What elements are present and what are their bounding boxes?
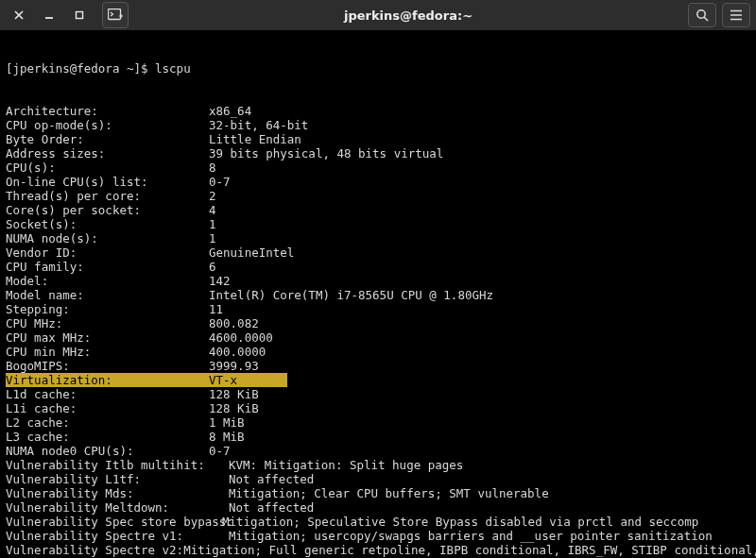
close-button[interactable] xyxy=(6,5,32,25)
output-row: On-line CPU(s) list:0-7 xyxy=(6,175,750,189)
output-row: Vulnerability Meltdown:Not affected xyxy=(6,500,750,515)
output-row: L3 cache:8 MiB xyxy=(6,430,750,444)
output-row: Core(s) per socket:4 xyxy=(6,203,750,217)
output-key: Architecture: xyxy=(6,104,209,118)
output-key: L3 cache: xyxy=(6,430,209,444)
terminal-plus-icon xyxy=(108,8,123,22)
output-value: 3999.93 xyxy=(209,359,259,373)
output-row: Virtualization:VT-x xyxy=(6,373,287,387)
output-row: Vulnerability L1tf:Not affected xyxy=(6,472,750,486)
output-key: Vulnerability Mds: xyxy=(6,486,229,500)
close-icon xyxy=(14,10,24,20)
output-value: 128 KiB xyxy=(209,387,259,401)
output-row: Socket(s):1 xyxy=(6,217,750,231)
output-key: Virtualization: xyxy=(6,373,209,387)
output-value: 4600.0000 xyxy=(209,330,273,345)
output-key: CPU max MHz: xyxy=(6,330,209,345)
output-value: 400.0000 xyxy=(209,345,266,359)
output-key: NUMA node(s): xyxy=(6,231,209,245)
output-key: Stepping: xyxy=(6,302,209,316)
output-row: Vulnerability Spectre v1:Mitigation; use… xyxy=(6,529,750,543)
maximize-button[interactable] xyxy=(66,5,93,25)
window-title: jperkins@fedora:~ xyxy=(134,8,682,23)
output-key: L1i cache: xyxy=(6,401,209,415)
output-key: Vulnerability Spec store bypass: xyxy=(6,515,222,529)
output-key: CPU(s): xyxy=(6,161,209,175)
output-row: L1i cache:128 KiB xyxy=(6,401,750,415)
output-row: Byte Order:Little Endian xyxy=(6,132,750,146)
svg-point-2 xyxy=(697,10,705,18)
output-value: Intel(R) Core(TM) i7-8565U CPU @ 1.80GHz xyxy=(209,288,493,302)
output-value: 128 KiB xyxy=(209,401,259,415)
output-value: x86_64 xyxy=(209,104,251,118)
output-value: Little Endian xyxy=(209,132,301,146)
output-key: Vulnerability Itlb multihit: xyxy=(6,458,229,472)
output-key: Socket(s): xyxy=(6,217,209,231)
output-row: Model:142 xyxy=(6,274,750,288)
command-text: lscpu xyxy=(155,61,191,76)
output-value: Mitigation; Full generic retpoline, IBPB… xyxy=(183,543,756,557)
output-value: 4 xyxy=(209,203,216,217)
output-key: L2 cache: xyxy=(6,415,209,430)
output-value: 1 xyxy=(209,231,216,245)
output-value: KVM: Mitigation: Split huge pages xyxy=(229,458,463,472)
output-row: Stepping:11 xyxy=(6,302,750,316)
output-row: CPU max MHz:4600.0000 xyxy=(6,330,750,345)
output-key: Model name: xyxy=(6,288,209,302)
window-controls xyxy=(6,2,129,28)
terminal-content[interactable]: [jperkins@fedora ~]$ lscpu Architecture:… xyxy=(0,30,756,558)
output-key: Vulnerability Meltdown: xyxy=(6,500,229,515)
output-row: CPU op-mode(s):32-bit, 64-bit xyxy=(6,118,750,132)
output-key: L1d cache: xyxy=(6,387,209,401)
output-value: Mitigation; Speculative Store Bypass dis… xyxy=(222,515,698,529)
output-row: L1d cache:128 KiB xyxy=(6,387,750,401)
output-value: Not affected xyxy=(229,500,314,515)
output-key: Model: xyxy=(6,274,209,288)
titlebar: jperkins@fedora:~ xyxy=(0,0,756,30)
output-value: 2 xyxy=(209,189,216,203)
menu-button[interactable] xyxy=(722,3,750,27)
hamburger-icon xyxy=(730,9,743,21)
svg-rect-0 xyxy=(77,12,83,19)
output-value: 1 xyxy=(209,217,216,231)
output-row: CPU MHz:800.082 xyxy=(6,316,750,330)
output-key: NUMA node0 CPU(s): xyxy=(6,444,209,458)
output-key: Vendor ID: xyxy=(6,245,209,260)
output-key: On-line CPU(s) list: xyxy=(6,175,209,189)
svg-rect-1 xyxy=(109,9,121,20)
output-key: Core(s) per socket: xyxy=(6,203,209,217)
output-value: VT-x xyxy=(209,373,237,387)
output-row: NUMA node(s):1 xyxy=(6,231,750,245)
output-row: Address sizes:39 bits physical, 48 bits … xyxy=(6,146,750,161)
output-row: Vulnerability Spec store bypass:Mitigati… xyxy=(6,515,750,529)
minimize-icon xyxy=(44,10,54,20)
new-tab-button[interactable] xyxy=(102,2,129,28)
output-value: 800.082 xyxy=(209,316,259,330)
search-icon xyxy=(696,8,709,22)
output-value: 8 MiB xyxy=(209,430,245,444)
output-key: Vulnerability L1tf: xyxy=(6,472,229,486)
output-row: CPU min MHz:400.0000 xyxy=(6,345,750,359)
output-key: CPU family: xyxy=(6,260,209,274)
output-value: 0-7 xyxy=(209,444,231,458)
output-row: BogoMIPS:3999.93 xyxy=(6,359,750,373)
output-value: 142 xyxy=(209,274,231,288)
search-button[interactable] xyxy=(688,3,716,27)
output-key: Thread(s) per core: xyxy=(6,189,209,203)
output-value: 32-bit, 64-bit xyxy=(209,118,308,132)
output-value: Mitigation; Clear CPU buffers; SMT vulne… xyxy=(229,486,549,500)
minimize-button[interactable] xyxy=(36,5,62,25)
output-key: CPU min MHz: xyxy=(6,345,209,359)
output-row: NUMA node0 CPU(s):0-7 xyxy=(6,444,750,458)
output-row: Model name:Intel(R) Core(TM) i7-8565U CP… xyxy=(6,288,750,302)
maximize-icon xyxy=(75,10,84,20)
output-value: 11 xyxy=(209,302,223,316)
output-value: Not affected xyxy=(229,472,314,486)
output-row: L2 cache:1 MiB xyxy=(6,415,750,430)
prompt-line: [jperkins@fedora ~]$ lscpu xyxy=(6,61,750,76)
output-row: Vulnerability Itlb multihit:KVM: Mitigat… xyxy=(6,458,750,472)
output-key: Vulnerability Spectre v1: xyxy=(6,529,229,543)
output-key: BogoMIPS: xyxy=(6,359,209,373)
output-key: CPU MHz: xyxy=(6,316,209,330)
output-key: Vulnerability Spectre v2: xyxy=(6,543,183,557)
